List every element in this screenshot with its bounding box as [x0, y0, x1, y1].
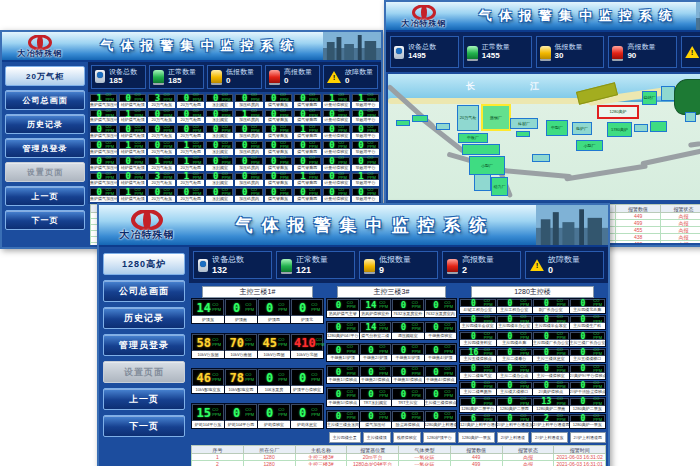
gas-location-label: 炉前104平台西 [225, 421, 257, 428]
sidebar-item[interactable]: 历史记录 [5, 114, 85, 134]
gas-display: 0COPPM 主控四楼半办公室 [497, 316, 533, 329]
gas-location-label: 干熄焦4#炉顶 [425, 355, 457, 361]
map-block[interactable]: 小型厂 [576, 140, 603, 151]
map-block[interactable]: 20万气柜 [457, 105, 479, 131]
map-block[interactable]: 棒材厂 [510, 118, 538, 129]
gas-location-label: TRT主控室 [392, 400, 424, 406]
sidebar-item[interactable]: 设置页面 [103, 361, 185, 383]
gas-location-label: 炉前值班室 [258, 421, 290, 428]
map-block[interactable] [516, 131, 530, 137]
sidebar-item[interactable]: 历史记录 [103, 307, 185, 329]
unit-label: COPPM [367, 156, 376, 165]
map-block[interactable]: 动力厂 [491, 177, 508, 196]
status-label: 正常数量 [168, 68, 196, 76]
gas-location-label: 1280高炉上料通道 [425, 422, 457, 428]
sidebar-item[interactable]: 1280高炉 [103, 253, 185, 275]
quick-nav-button[interactable]: 主控四楼全景 [329, 432, 361, 443]
gas-value: 58 [195, 336, 212, 350]
map-block[interactable]: 炼钢厂 [481, 104, 511, 131]
gas-value: 0 [330, 345, 347, 355]
quick-nav-button[interactable]: 2#炉上料通道西 [570, 432, 606, 443]
section: 主控三楼1# 14COPPM 炉顶东 0COPPM 炉顶南 0COPPM 炉顶西… [191, 285, 324, 429]
gas-display: 1COPPM 加压机房内 [235, 110, 262, 124]
gas-display: 1COPPM 转炉煤气柜顶 [119, 141, 146, 155]
unit-label: COPPM [135, 125, 144, 134]
unit-label: COPPM [338, 172, 347, 181]
gas-display: 0COPPM 煤气管廊东 [265, 125, 292, 139]
map-block[interactable] [661, 86, 675, 101]
sidebar-item[interactable]: 设置页面 [5, 162, 85, 182]
gas-display: 0COPPM 干熄焦4#值班点 [425, 366, 457, 383]
sidebar-item[interactable]: 上一页 [103, 388, 185, 410]
gas-display: 410COPPM 10kV台北侧 [291, 334, 323, 358]
quick-nav-button[interactable]: 栈桥值班室 [393, 432, 421, 443]
unit-label: COPPM [105, 125, 114, 134]
gas-display: 0COPPM 副厂长办公室 [533, 299, 569, 312]
gas-location-label: 2#炉上料平台通道东 [497, 422, 533, 428]
map-block[interactable] [650, 121, 667, 132]
alarm-row[interactable]: 11280主控三楼3#20m平台一氧化碳449高报2021-06-03 16:3… [192, 454, 606, 461]
sidebar-item[interactable]: 下一页 [103, 415, 185, 437]
gas-display: 0COPPM 煤气管廊西 [294, 94, 321, 108]
status-label: 低报数量 [226, 68, 254, 76]
gas-display: 0COPPM 调压阀组室 [392, 322, 424, 339]
unit-label: COPPM [164, 93, 173, 102]
map-block[interactable] [634, 124, 648, 132]
gas-location-label: 主控四楼厂长办公室 [533, 340, 569, 346]
unit-label: COPPM [135, 141, 144, 150]
road [688, 133, 700, 148]
unit-label: COPPM [412, 323, 421, 332]
map-block[interactable] [412, 115, 428, 122]
sidebar-item[interactable]: 管理员登录 [5, 138, 85, 158]
map-block[interactable]: 小型厂 [469, 156, 505, 175]
unit-label: COPPM [135, 109, 144, 118]
gas-location-label: 转炉煤气柜顶 [119, 149, 146, 155]
sidebar-item[interactable]: 下一页 [5, 210, 85, 230]
status-label: 故障数量 [548, 255, 580, 265]
map-block[interactable]: 烧结厂 [642, 91, 657, 105]
unit-label: COPPM [520, 332, 529, 341]
map-block[interactable]: 中型厂 [546, 120, 568, 136]
gas-location-label: 主控四楼走廊 [497, 340, 533, 346]
map-block[interactable] [436, 123, 450, 130]
sidebar-item[interactable]: 20万气柜 [5, 66, 85, 86]
unit-label: COPPM [193, 109, 202, 118]
map-block[interactable]: 中板厂 [458, 133, 488, 143]
unit-label: COPPM [222, 109, 231, 118]
unit-label: COPPM [367, 172, 376, 181]
gas-location-label: 主控四楼生产科 [570, 323, 606, 329]
unit-label: COPPM [412, 390, 421, 399]
map-block[interactable] [474, 174, 491, 191]
map-block[interactable]: 1780高炉 [607, 122, 632, 137]
alarm-row[interactable]: 21280主控三楼3#1280高炉04#平台一氧化碳499高报2021-06-0… [192, 461, 606, 466]
unit-label: COPPM [278, 303, 287, 312]
desktop: { "app": { "title": "气体报警集中监控系统", "logo"… [0, 0, 700, 466]
map-block[interactable] [396, 120, 410, 126]
sidebar-item[interactable]: 上一页 [5, 186, 85, 206]
unit-label: COPPM [520, 315, 529, 324]
status-value: 1495 [408, 51, 436, 61]
quick-nav-button[interactable]: 2#炉上料通道 [497, 432, 529, 443]
alarm-lamp-y-icon [364, 259, 375, 272]
map-block[interactable]: 1280高炉 [597, 105, 639, 119]
quick-nav-button[interactable]: 主控楼楼顶 [363, 432, 391, 443]
sidebar-item[interactable]: 公司总画面 [5, 90, 85, 110]
map-block[interactable] [462, 144, 500, 155]
map-block[interactable] [674, 79, 700, 115]
quick-nav-button[interactable]: 1280高炉一层东 [458, 432, 495, 443]
sidebar-item[interactable]: 公司总画面 [103, 280, 185, 302]
map-block[interactable] [685, 112, 696, 122]
alarm-lamp-y-icon [540, 46, 551, 59]
sidebar-item[interactable]: 管理员登录 [103, 334, 185, 356]
device-icon [394, 46, 404, 59]
company-logo: 大冶特殊钢 [99, 210, 195, 240]
map-block[interactable]: 电炉厂 [572, 122, 592, 135]
unit-label: COPPM [412, 412, 421, 421]
quick-nav-button[interactable]: 1280炉顶平台 [423, 432, 456, 443]
gas-display: 0COPPM 20万气柜西 [177, 110, 204, 124]
unit-label: COPPM [309, 172, 318, 181]
status-value: 0 [284, 76, 312, 86]
map-block[interactable] [532, 154, 550, 162]
quick-nav-button[interactable]: 2#炉上料通道东 [531, 432, 567, 443]
gas-display: 0COPPM 主控二楼办公点 [497, 365, 533, 378]
